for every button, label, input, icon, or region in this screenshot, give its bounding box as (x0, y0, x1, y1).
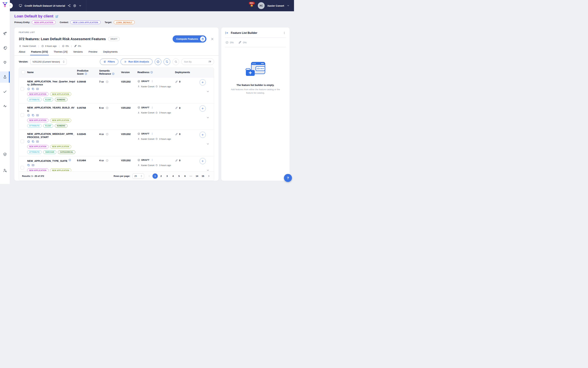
help-button[interactable]: ? (284, 174, 292, 182)
sidebar-item-experiments[interactable] (0, 71, 10, 83)
sidebar-item-user-search[interactable] (0, 165, 10, 176)
help-icon[interactable] (106, 106, 109, 109)
chevron-right-icon (208, 175, 210, 177)
help-icon[interactable] (106, 80, 109, 83)
project-menu-chevron-icon[interactable] (79, 4, 82, 7)
search-button[interactable] (172, 58, 179, 65)
user-menu-chevron-icon[interactable] (287, 4, 290, 7)
share-icon[interactable] (68, 4, 71, 7)
sidebar-item-governance[interactable] (0, 149, 10, 160)
user-avatar[interactable]: XC (258, 2, 265, 9)
help-icon[interactable] (112, 73, 115, 75)
refresh-icon (165, 60, 169, 63)
select-all-checkbox[interactable] (21, 70, 25, 74)
tab-themes-25[interactable]: Themes [25] (53, 50, 67, 55)
builder-empty-state: </> The feature list builder is empty. A… (225, 47, 286, 95)
close-icon[interactable] (211, 37, 214, 41)
pagination-page-5[interactable]: 5 (176, 173, 182, 179)
row-checkbox[interactable] (20, 113, 24, 117)
readiness-check-button[interactable] (155, 58, 161, 65)
person-icon (19, 45, 21, 47)
add-to-builder-button[interactable] (200, 158, 206, 164)
row-updated: 3 hours ago (159, 111, 171, 114)
tab-versions[interactable]: Versions (73, 50, 83, 55)
row-menu-icon[interactable] (151, 132, 153, 135)
readiness-pct: 0% (66, 45, 69, 47)
id-icon[interactable] (36, 114, 39, 117)
sort-by-input[interactable]: Sort By (181, 58, 214, 65)
run-eda-button[interactable]: Run EDA Analysis (121, 59, 152, 65)
expand-row-icon[interactable] (206, 142, 209, 146)
sidebar-item-activity[interactable] (0, 101, 10, 112)
collapse-panel-icon[interactable] (225, 31, 229, 35)
tab-about[interactable]: About (19, 50, 25, 55)
info-icon[interactable] (69, 159, 71, 161)
pagination-page-1[interactable]: 1 (152, 173, 158, 179)
table-row: NEW_APPLICATION_Year_Quarter_Inquiry_Dif… (19, 77, 214, 104)
clock-icon (155, 138, 158, 140)
pagination-next[interactable] (206, 173, 212, 179)
builder-menu-icon[interactable] (283, 31, 286, 35)
tab-deployments[interactable]: Deployments (103, 50, 118, 55)
settings-gear-icon[interactable] (73, 4, 76, 7)
help-icon[interactable] (106, 159, 109, 162)
pagination-prev[interactable] (146, 173, 152, 179)
info-icon[interactable] (27, 140, 30, 143)
sidebar-item-explore[interactable] (0, 28, 10, 39)
sidebar-item-ideas[interactable] (0, 57, 10, 68)
app-logo[interactable] (2, 2, 8, 8)
filters-button[interactable]: Filters (100, 59, 118, 65)
row-menu-icon[interactable] (151, 80, 153, 83)
notifications-button[interactable]: 999+ (250, 4, 254, 8)
copy-icon[interactable] (32, 87, 35, 90)
empty-state-title: The feature list builder is empty. (236, 84, 274, 86)
expand-row-icon[interactable] (206, 169, 209, 171)
copy-icon[interactable] (32, 114, 35, 117)
sidebar-item-ai[interactable] (0, 42, 10, 54)
pagination-page-4[interactable]: 4 (170, 173, 176, 179)
id-icon[interactable] (36, 140, 39, 143)
pagination-page-14[interactable]: 14 (194, 173, 200, 179)
copy-icon[interactable] (27, 164, 30, 166)
check-circle-icon (137, 132, 140, 135)
tab-preview[interactable]: Preview (89, 50, 97, 55)
tab-features-372[interactable]: Features [372] (31, 50, 48, 55)
row-menu-icon[interactable] (151, 106, 153, 109)
compute-features-button[interactable]: Compute Features (173, 35, 206, 43)
expand-row-icon[interactable] (206, 116, 209, 119)
add-to-builder-button[interactable] (200, 132, 206, 138)
row-checkbox[interactable] (20, 139, 24, 143)
row-checkbox[interactable] (20, 87, 24, 91)
id-icon[interactable] (32, 164, 35, 166)
top-bar: Credit Default Dataset UI tutorial 999+ … (10, 0, 294, 11)
pagination-page-3[interactable]: 3 (164, 173, 170, 179)
row-checkbox[interactable] (20, 166, 24, 169)
sidebar-item-approvals[interactable] (0, 86, 10, 97)
select-arrows-icon (63, 61, 64, 63)
id-icon[interactable] (36, 87, 39, 90)
pagination-page-2[interactable]: 2 (159, 173, 164, 179)
badge-pill[interactable]: NEW LOAN APPLICATION (70, 20, 100, 24)
project-title: Credit Default Dataset UI tutorial (25, 4, 65, 7)
help-icon[interactable] (85, 73, 87, 75)
tag-entity: NEW APPLICATION (27, 145, 48, 148)
badge-pill[interactable]: NEW APPLICATION (32, 20, 55, 24)
row-menu-icon[interactable] (151, 159, 153, 161)
expand-row-icon[interactable] (206, 90, 209, 93)
copy-icon[interactable] (32, 140, 35, 143)
add-to-builder-button[interactable] (200, 105, 206, 111)
user-name[interactable]: Xavier Conort (267, 4, 284, 7)
col-header-semantic-2: Relevance (99, 73, 111, 75)
pagination-page-6[interactable]: 6 (182, 173, 188, 179)
info-icon[interactable] (27, 87, 30, 90)
help-icon[interactable] (150, 71, 153, 74)
pagination-page-15[interactable]: 15 (200, 173, 205, 179)
badge-pill[interactable]: LOAN_DEFAULT (114, 20, 135, 24)
add-to-builder-button[interactable] (200, 79, 206, 85)
refresh-button[interactable] (164, 58, 170, 65)
rows-per-page-select[interactable]: 25 (133, 173, 144, 179)
help-icon[interactable] (106, 133, 109, 136)
info-icon[interactable] (27, 114, 30, 117)
edit-title-icon[interactable] (55, 15, 58, 18)
version-select[interactable]: V251202 (Current Version) (30, 59, 67, 65)
